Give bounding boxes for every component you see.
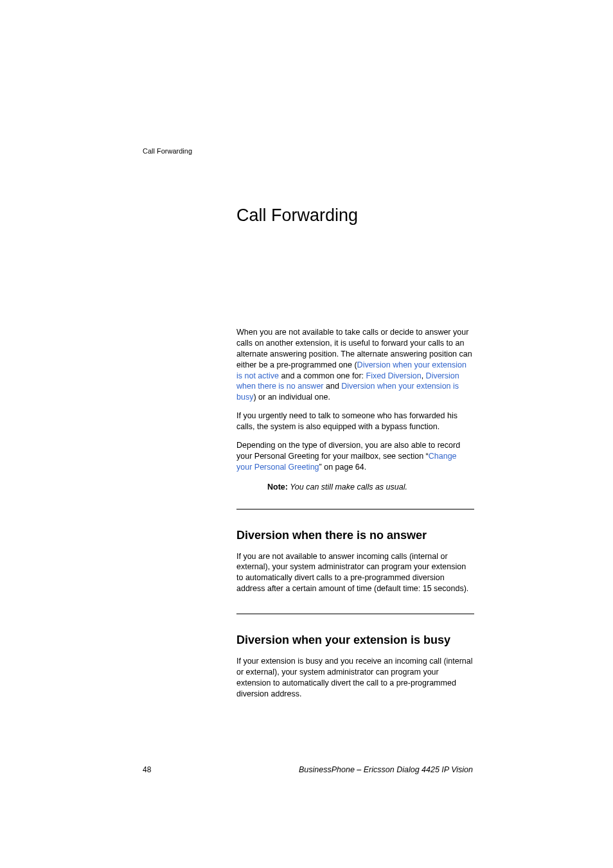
main-content: Call Forwarding When you are not availab…: [236, 206, 474, 707]
text-fragment: ” on page 64.: [319, 463, 367, 472]
section-body-no-answer: If you are not available to answer incom…: [236, 551, 474, 595]
text-fragment: ) or an individual one.: [253, 393, 330, 402]
intro-paragraph-2: If you urgently need to talk to someone …: [236, 411, 474, 432]
page-footer: 48 BusinessPhone – Ericsson Dialog 4425 …: [143, 765, 473, 774]
page-title: Call Forwarding: [236, 206, 474, 226]
page-number: 48: [143, 765, 151, 774]
text-fragment: and: [324, 382, 342, 391]
section-divider: [236, 614, 474, 614]
text-fragment: and a common one for:: [279, 371, 366, 380]
text-fragment: Depending on the type of diversion, you …: [236, 441, 460, 461]
intro-paragraph-3: Depending on the type of diversion, you …: [236, 440, 474, 473]
page-header: Call Forwarding: [143, 147, 192, 155]
note-label: Note:: [267, 483, 288, 492]
section-divider: [236, 509, 474, 509]
section-heading-busy: Diversion when your extension is busy: [236, 633, 474, 647]
text-fragment: ,: [422, 371, 426, 380]
header-section-name: Call Forwarding: [143, 147, 192, 155]
intro-paragraph-1: When you are not available to take calls…: [236, 327, 474, 403]
section-body-busy: If your extension is busy and you receiv…: [236, 656, 474, 700]
footer-publication: BusinessPhone – Ericsson Dialog 4425 IP …: [299, 765, 473, 774]
section-heading-no-answer: Diversion when there is no answer: [236, 529, 474, 542]
link-fixed-diversion[interactable]: Fixed Diversion: [366, 371, 422, 380]
note-text: You can still make calls as usual.: [288, 483, 407, 492]
note-block: Note: You can still make calls as usual.: [236, 481, 474, 492]
